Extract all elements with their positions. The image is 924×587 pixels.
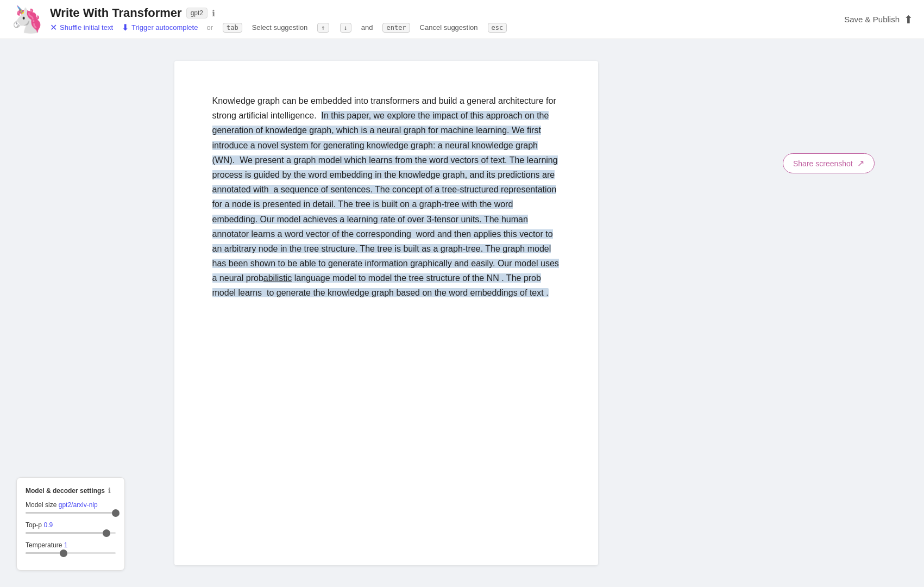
app-title: Write With Transformer [50,6,182,20]
toolbar-row: ✕ Shuffle initial text ⬇ Trigger autocom… [50,22,508,33]
trigger-label: Trigger autocomplete [131,23,198,32]
info-icon[interactable]: ℹ [212,8,215,18]
editor-text[interactable]: Knowledge graph can be embedded into tra… [212,93,560,301]
cancel-suggestion-text: Cancel suggestion [420,23,478,32]
temperature-slider-fill [26,552,64,554]
temperature-slider[interactable] [26,552,116,554]
trigger-autocomplete-button[interactable]: ⬇ Trigger autocomplete [122,22,198,33]
shuffle-button[interactable]: ✕ Shuffle initial text [50,22,113,33]
settings-title: Model & decoder settings [26,487,105,495]
model-badge: gpt2 [186,8,208,18]
model-size-slider[interactable] [26,512,116,514]
temperature-label: Temperature 1 [26,541,116,549]
top-p-setting: Top-p 0.9 [26,521,116,534]
text-underlined: abilistic [263,273,292,283]
top-p-label: Top-p 0.9 [26,521,116,529]
top-p-slider[interactable] [26,532,116,534]
or-separator: or [206,23,213,32]
and-text: and [361,23,373,32]
app-title-row: Write With Transformer gpt2 ℹ [50,6,508,20]
title-area: Write With Transformer gpt2 ℹ ✕ Shuffle … [50,6,508,33]
app-header: 🦄 Write With Transformer gpt2 ℹ ✕ Shuffl… [0,0,924,39]
logo-area: 🦄 Write With Transformer gpt2 ℹ ✕ Shuffl… [11,6,508,33]
temperature-slider-thumb[interactable] [60,549,67,557]
temperature-setting: Temperature 1 [26,541,116,554]
text-highlighted-block: In this paper, we explore the impact of … [212,111,559,297]
share-screenshot-button[interactable]: Share screenshot ↗ [783,153,875,173]
right-panel: Share screenshot ↗ [772,39,924,587]
autocomplete-icon: ⬇ [122,22,129,33]
settings-panel: Model & decoder settings ℹ Model size gp… [16,477,125,571]
enter-key-hint: enter [382,23,410,33]
main-area: Knowledge graph can be embedded into tra… [0,39,924,587]
top-p-slider-fill [26,532,106,534]
model-size-slider-fill [26,512,116,514]
save-publish-icon: ⬆ [904,13,913,26]
model-size-slider-thumb[interactable] [112,509,120,517]
settings-title-row: Model & decoder settings ℹ [26,486,116,495]
editor-paper[interactable]: Knowledge graph can be embedded into tra… [174,61,598,565]
shuffle-label: Shuffle initial text [60,23,113,32]
model-size-label: Model size gpt2/arxiv-nlp [26,501,116,509]
editor-container: Knowledge graph can be embedded into tra… [0,39,772,587]
save-publish-button[interactable]: Save & Publish ⬆ [844,13,913,26]
up-key-hint: ↑ [317,23,329,33]
select-suggestion-text: Select suggestion [252,23,308,32]
header-right: Save & Publish ⬆ [844,13,913,26]
top-p-slider-thumb[interactable] [103,529,110,537]
save-publish-label: Save & Publish [844,15,900,24]
tab-key-hint: tab [223,23,242,33]
share-icon: ↗ [857,158,864,168]
logo-icon: 🦄 [11,7,43,33]
model-size-setting: Model size gpt2/arxiv-nlp [26,501,116,514]
settings-info-icon[interactable]: ℹ [108,486,111,495]
esc-key-hint: esc [488,23,507,33]
share-screenshot-label: Share screenshot [793,159,853,168]
down-key-hint: ↓ [340,23,351,33]
shuffle-icon: ✕ [50,22,57,33]
